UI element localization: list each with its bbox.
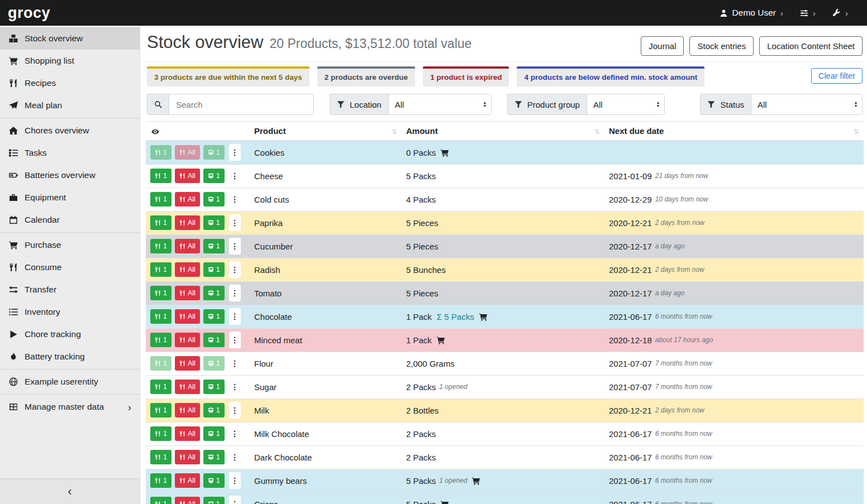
location-select[interactable]: All ▴▾ <box>388 94 492 115</box>
consume-one-button[interactable]: 1 <box>150 426 172 441</box>
journal-button[interactable]: Journal <box>641 36 684 56</box>
consume-all-button[interactable]: All <box>175 403 200 417</box>
row-menu-button[interactable]: ⋮ <box>229 144 241 161</box>
sidebar-item-purchase[interactable]: Purchase <box>0 234 140 256</box>
consume-all-button[interactable]: All <box>175 380 200 394</box>
row-menu-button[interactable]: ⋮ <box>229 214 241 231</box>
sidebar-item-calendar[interactable]: Calendar <box>0 209 140 231</box>
row-menu-button[interactable]: ⋮ <box>229 378 241 395</box>
consume-one-button[interactable]: 1 <box>150 169 172 183</box>
consume-all-button[interactable]: All <box>175 356 200 371</box>
sidebar-item-chore-tracking[interactable]: Chore tracking <box>0 323 140 345</box>
open-one-button[interactable]: 1 <box>203 497 225 504</box>
open-one-button[interactable]: 1 <box>203 192 225 207</box>
grocy-logo[interactable]: grocy <box>8 4 50 22</box>
sidebar-item-transfer[interactable]: Transfer <box>0 279 140 301</box>
open-one-button[interactable]: 1 <box>203 403 225 417</box>
sidebar-item-meal-plan[interactable]: Meal plan <box>0 94 140 117</box>
column-header-visibility[interactable] <box>146 122 250 141</box>
consume-all-button[interactable]: All <box>175 473 200 488</box>
row-menu-button[interactable]: ⋮ <box>229 449 241 465</box>
row-menu-button[interactable]: ⋮ <box>229 332 241 348</box>
sidebar-item-inventory[interactable]: Inventory <box>0 301 140 323</box>
row-menu-button[interactable]: ⋮ <box>229 472 241 489</box>
open-one-button[interactable]: 1 <box>203 215 225 230</box>
open-one-button[interactable]: 1 <box>203 286 225 300</box>
status-select[interactable]: All ▴▾ <box>751 94 863 115</box>
consume-one-button[interactable]: 1 <box>150 192 172 207</box>
open-one-button[interactable]: 1 <box>203 262 225 277</box>
consume-one-button[interactable]: 1 <box>150 403 172 417</box>
open-one-button[interactable]: 1 <box>203 426 225 441</box>
sidebar-item-recipes[interactable]: Recipes <box>0 72 140 94</box>
consume-all-button[interactable]: All <box>175 145 200 160</box>
open-one-button[interactable]: 1 <box>203 145 225 160</box>
shopping-cart-icon[interactable] <box>440 500 449 504</box>
row-menu-button[interactable]: ⋮ <box>229 496 241 504</box>
shopping-cart-icon[interactable] <box>479 313 488 321</box>
admin-menu[interactable]: › <box>832 8 848 18</box>
search-input[interactable] <box>169 94 314 115</box>
row-menu-button[interactable]: ⋮ <box>229 238 241 255</box>
open-one-button[interactable]: 1 <box>203 169 225 183</box>
status-banner[interactable]: 1 product is expired <box>423 66 509 87</box>
open-one-button[interactable]: 1 <box>203 239 225 253</box>
open-one-button[interactable]: 1 <box>203 356 225 371</box>
sidebar-item-stock-overview[interactable]: Stock overview <box>0 27 140 50</box>
sidebar-item-tasks[interactable]: Tasks <box>0 142 140 164</box>
row-menu-button[interactable]: ⋮ <box>229 261 241 278</box>
open-one-button[interactable]: 1 <box>203 450 225 464</box>
eye-icon[interactable] <box>150 128 160 136</box>
consume-one-button[interactable]: 1 <box>150 356 172 371</box>
row-menu-button[interactable]: ⋮ <box>229 191 241 208</box>
open-one-button[interactable]: 1 <box>203 380 225 394</box>
settings-menu[interactable]: › <box>800 8 816 18</box>
consume-one-button[interactable]: 1 <box>150 239 172 253</box>
consume-one-button[interactable]: 1 <box>150 286 172 300</box>
consume-all-button[interactable]: All <box>175 497 200 504</box>
consume-all-button[interactable]: All <box>175 426 200 441</box>
consume-all-button[interactable]: All <box>175 450 200 464</box>
consume-one-button[interactable]: 1 <box>150 473 172 488</box>
column-header-amount[interactable]: Amount⇅ <box>402 122 604 141</box>
product-group-select[interactable]: All ▴▾ <box>587 94 665 115</box>
row-menu-button[interactable]: ⋮ <box>229 308 241 325</box>
consume-all-button[interactable]: All <box>175 192 200 207</box>
consume-all-button[interactable]: All <box>175 169 200 183</box>
open-one-button[interactable]: 1 <box>203 309 225 324</box>
row-menu-button[interactable]: ⋮ <box>229 425 241 442</box>
consume-all-button[interactable]: All <box>175 286 200 300</box>
open-one-button[interactable]: 1 <box>203 333 225 347</box>
shopping-cart-icon[interactable] <box>471 477 480 485</box>
consume-one-button[interactable]: 1 <box>150 497 172 504</box>
status-banner[interactable]: 2 products are overdue <box>317 66 415 87</box>
sidebar-item-consume[interactable]: Consume <box>0 256 140 279</box>
consume-one-button[interactable]: 1 <box>150 309 172 324</box>
location-content-sheet-button[interactable]: Location Content Sheet <box>759 36 863 56</box>
consume-one-button[interactable]: 1 <box>150 450 172 464</box>
open-one-button[interactable]: 1 <box>203 473 225 488</box>
sort-icon[interactable]: ⇅ <box>594 128 600 136</box>
stock-entries-button[interactable]: Stock entries <box>689 36 754 56</box>
column-header-product[interactable]: Product⇅ <box>250 122 402 141</box>
sidebar-item-batteries-overview[interactable]: Batteries overview <box>0 164 140 186</box>
consume-one-button[interactable]: 1 <box>150 333 172 347</box>
user-menu[interactable]: Demo User › <box>720 8 783 18</box>
clear-filter-button[interactable]: Clear filter <box>811 68 863 84</box>
consume-one-button[interactable]: 1 <box>150 215 172 230</box>
sidebar-collapse-button[interactable]: ‹ <box>0 478 140 504</box>
consume-one-button[interactable]: 1 <box>150 380 172 394</box>
sort-icon[interactable]: ⇅ <box>854 128 859 136</box>
row-menu-button[interactable]: ⋮ <box>229 167 241 184</box>
consume-one-button[interactable]: 1 <box>150 262 172 277</box>
consume-all-button[interactable]: All <box>175 262 200 277</box>
row-menu-button[interactable]: ⋮ <box>229 355 241 372</box>
row-menu-button[interactable]: ⋮ <box>229 285 241 301</box>
status-banner[interactable]: 3 products are due within the next 5 day… <box>147 66 309 87</box>
sidebar-item-chores-overview[interactable]: Chores overview <box>0 119 140 142</box>
consume-one-button[interactable]: 1 <box>150 145 172 160</box>
consume-all-button[interactable]: All <box>175 215 200 230</box>
consume-all-button[interactable]: All <box>175 239 200 253</box>
column-header-next-due-date[interactable]: Next due date⇅ <box>604 122 864 141</box>
sidebar-item-shopping-list[interactable]: Shopping list <box>0 50 140 72</box>
